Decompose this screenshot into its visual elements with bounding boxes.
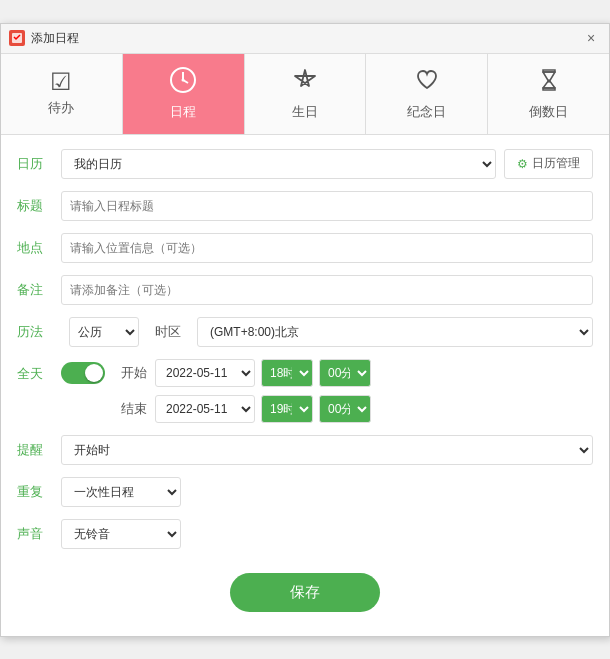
end-time-row: 结束 2022-05-11 19时 00分 <box>61 395 593 423</box>
repeat-label: 重复 <box>17 483 53 501</box>
toggle-knob <box>85 364 103 382</box>
tab-birthday[interactable]: 生日 <box>245 54 367 134</box>
start-min-select[interactable]: 00分 <box>319 359 371 387</box>
allday-toggle-row: 开始 2022-05-11 18时 00分 <box>61 359 593 387</box>
title-input[interactable] <box>61 191 593 221</box>
svg-point-4 <box>182 79 185 82</box>
schedule-icon <box>169 66 197 98</box>
birthday-icon <box>291 66 319 98</box>
sound-label: 声音 <box>17 525 53 543</box>
repeat-select[interactable]: 一次性日程 <box>61 477 181 507</box>
sound-select[interactable]: 无铃音 <box>61 519 181 549</box>
lifa-row: 历法 公历 时区 (GMT+8:00)北京 <box>17 317 593 347</box>
title-row: 标题 <box>17 191 593 221</box>
location-row: 地点 <box>17 233 593 263</box>
start-hour-select[interactable]: 18时 <box>261 359 313 387</box>
tab-schedule-label: 日程 <box>170 103 196 121</box>
reminder-select[interactable]: 开始时 <box>61 435 593 465</box>
tab-todo[interactable]: ☑ 待办 <box>1 54 123 134</box>
svg-marker-5 <box>295 70 315 86</box>
tab-birthday-label: 生日 <box>292 103 318 121</box>
titlebar-left: 添加日程 <box>9 30 79 47</box>
tab-countdown-label: 倒数日 <box>529 103 568 121</box>
lifa-select[interactable]: 公历 <box>69 317 139 347</box>
main-window: 添加日程 × ☑ 待办 日程 <box>0 23 610 637</box>
calendar-select[interactable]: 我的日历 <box>61 149 496 179</box>
calendar-label: 日历 <box>17 155 53 173</box>
calendar-manage-button[interactable]: ⚙ 日历管理 <box>504 149 593 179</box>
close-button[interactable]: × <box>581 28 601 48</box>
tab-anniversary[interactable]: 纪念日 <box>366 54 488 134</box>
reminder-label: 提醒 <box>17 441 53 459</box>
note-input[interactable] <box>61 275 593 305</box>
window-title: 添加日程 <box>31 30 79 47</box>
start-label: 开始 <box>121 364 149 382</box>
timezone-label: 时区 <box>155 323 181 341</box>
location-input[interactable] <box>61 233 593 263</box>
gear-icon: ⚙ <box>517 157 528 171</box>
form-content: 日历 我的日历 ⚙ 日历管理 标题 地点 备注 历法 <box>1 135 609 636</box>
tab-schedule[interactable]: 日程 <box>123 54 245 134</box>
save-row: 保存 <box>17 565 593 622</box>
reminder-row: 提醒 开始时 <box>17 435 593 465</box>
titlebar: 添加日程 × <box>1 24 609 54</box>
tab-anniversary-label: 纪念日 <box>407 103 446 121</box>
tab-bar: ☑ 待办 日程 生日 <box>1 54 609 135</box>
allday-toggle[interactable] <box>61 362 105 384</box>
end-hour-select[interactable]: 19时 <box>261 395 313 423</box>
end-min-select[interactable]: 00分 <box>319 395 371 423</box>
anniversary-icon <box>413 66 441 98</box>
start-time-row: 开始 2022-05-11 18时 00分 <box>121 359 371 387</box>
app-icon <box>9 30 25 46</box>
todo-icon: ☑ <box>50 70 72 94</box>
location-label: 地点 <box>17 239 53 257</box>
tab-countdown[interactable]: 倒数日 <box>488 54 609 134</box>
allday-label: 全天 <box>17 365 53 383</box>
calendar-row: 日历 我的日历 ⚙ 日历管理 <box>17 149 593 179</box>
lifa-label: 历法 <box>17 323 53 341</box>
end-date-select[interactable]: 2022-05-11 <box>155 395 255 423</box>
tab-todo-label: 待办 <box>48 99 74 117</box>
countdown-icon <box>535 66 563 98</box>
repeat-row: 重复 一次性日程 <box>17 477 593 507</box>
note-label: 备注 <box>17 281 53 299</box>
title-label: 标题 <box>17 197 53 215</box>
end-label: 结束 <box>121 400 149 418</box>
start-date-select[interactable]: 2022-05-11 <box>155 359 255 387</box>
save-button[interactable]: 保存 <box>230 573 380 612</box>
allday-content: 开始 2022-05-11 18时 00分 结束 <box>61 359 593 423</box>
note-row: 备注 <box>17 275 593 305</box>
timezone-select[interactable]: (GMT+8:00)北京 <box>197 317 593 347</box>
sound-row: 声音 无铃音 <box>17 519 593 549</box>
allday-row: 全天 开始 2022-05-11 18时 <box>17 359 593 423</box>
